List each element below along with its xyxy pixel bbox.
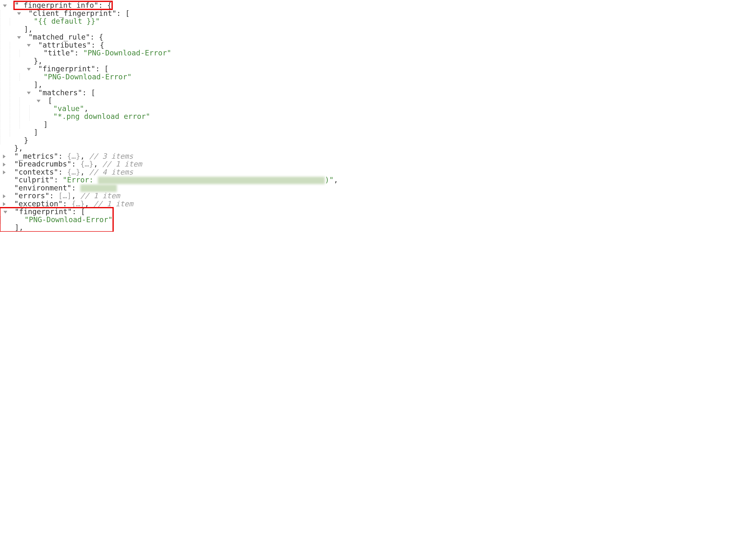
json-key: "matchers" xyxy=(38,88,82,97)
punct: : { xyxy=(90,33,103,41)
json-string: "Error: xyxy=(63,175,98,184)
punct: , xyxy=(334,175,338,184)
punct: : xyxy=(63,199,72,208)
json-key: "contexts" xyxy=(14,168,58,176)
punct: , xyxy=(93,160,98,168)
punct: : xyxy=(72,183,80,192)
toggle-caret[interactable] xyxy=(0,193,10,200)
json-key: "attributes" xyxy=(38,41,91,49)
toggle-caret[interactable] xyxy=(0,200,10,208)
toggle-caret[interactable] xyxy=(24,42,34,49)
highlight-box-bottom: "fingerprint": [ "PNG-Download-Error" ], xyxy=(0,208,113,232)
highlight-box-top: "_fingerprint_info": { xyxy=(14,1,112,9)
punct: : xyxy=(58,152,67,160)
tree-row: "attributes": { xyxy=(0,41,756,49)
item-count-comment: // 1 item xyxy=(93,199,133,208)
item-count-comment: // 1 item xyxy=(80,191,120,200)
punct: : xyxy=(58,168,67,176)
json-key: "client_fingerprint" xyxy=(28,9,116,18)
tree-row: "breadcrumbs": {…}, // 1 item xyxy=(0,160,756,168)
toggle-caret[interactable] xyxy=(14,34,24,41)
punct: : { xyxy=(98,1,112,10)
item-count-comment: // 3 items xyxy=(89,152,133,160)
toggle-caret[interactable] xyxy=(0,169,10,176)
json-key: "_metrics" xyxy=(14,152,58,160)
tree-row: }, xyxy=(0,57,756,65)
tree-row: "environment": xyxy=(0,184,756,192)
punct: } xyxy=(24,136,28,144)
toggle-caret[interactable] xyxy=(24,89,34,97)
tree-row: "fingerprint": [ xyxy=(0,208,112,216)
json-tree-root: "_fingerprint_info": { "client_fingerpri… xyxy=(0,1,756,232)
tree-row: "title": "PNG-Download-Error" xyxy=(0,49,756,57)
punct: }, xyxy=(34,57,42,65)
tree-row: ], xyxy=(0,81,756,89)
punct: : xyxy=(50,191,58,200)
toggle-caret[interactable] xyxy=(0,153,10,160)
punct: : xyxy=(54,175,63,184)
punct: : xyxy=(72,160,80,168)
tree-row: }, xyxy=(0,144,756,152)
json-key: "errors" xyxy=(14,191,50,200)
toggle-caret[interactable] xyxy=(0,2,10,10)
tree-row: "{{ default }}" xyxy=(0,17,756,25)
tree-row: "_fingerprint_info": { xyxy=(0,1,756,10)
toggle-caret[interactable] xyxy=(0,208,10,216)
json-key: "_fingerprint_info" xyxy=(15,1,98,10)
tree-row: ], xyxy=(0,223,112,232)
punct: ], xyxy=(15,223,23,232)
punct: : xyxy=(74,49,83,57)
tree-row: "fingerprint": [ xyxy=(0,65,756,73)
redacted-text xyxy=(80,184,117,192)
tree-row: ] xyxy=(0,121,756,129)
item-count-comment: // 4 items xyxy=(89,168,133,176)
punct: : [ xyxy=(95,64,109,73)
tree-row: "contexts": {…}, // 4 items xyxy=(0,168,756,176)
json-string: "value" xyxy=(53,104,84,113)
json-string: "PNG-Download-Error" xyxy=(24,215,112,224)
json-string: "*.png download error" xyxy=(53,112,150,121)
collapsed-indicator[interactable]: {…} xyxy=(72,199,85,208)
tree-row: "*.png download error" xyxy=(0,112,756,121)
toggle-caret[interactable] xyxy=(14,10,24,17)
tree-row: } xyxy=(0,136,756,144)
punct: : { xyxy=(91,41,104,49)
tree-row: "_metrics": {…}, // 3 items xyxy=(0,152,756,160)
json-string: )" xyxy=(325,175,334,184)
tree-row: "PNG-Download-Error" xyxy=(0,216,112,224)
tree-row: "errors": […], // 1 item xyxy=(0,192,756,200)
tree-row: "matchers": [ xyxy=(0,89,756,97)
collapsed-indicator[interactable]: {…} xyxy=(80,160,93,168)
collapsed-indicator[interactable]: {…} xyxy=(67,168,80,176)
json-key: "culprit" xyxy=(14,175,54,184)
json-string: "PNG-Download-Error" xyxy=(83,49,171,57)
item-count-comment: // 1 item xyxy=(102,160,142,168)
json-key: "fingerprint" xyxy=(38,64,95,73)
tree-row: "culprit": "Error: )", xyxy=(0,176,756,184)
tree-row: "matched_rule": { xyxy=(0,33,756,41)
json-key: "exception" xyxy=(14,199,63,208)
punct: [ xyxy=(48,96,52,105)
punct: : [ xyxy=(72,207,85,216)
punct: ] xyxy=(34,128,38,136)
json-key: "matched_rule" xyxy=(28,33,90,41)
punct: , xyxy=(80,152,85,160)
punct: ] xyxy=(43,120,48,129)
json-key: "title" xyxy=(43,49,74,57)
punct: }, xyxy=(14,144,23,152)
tree-row: "exception": {…}, // 1 item xyxy=(0,200,756,208)
json-string: "{{ default }}" xyxy=(34,17,100,25)
toggle-caret[interactable] xyxy=(0,161,10,168)
json-key: "fingerprint" xyxy=(15,207,72,216)
collapsed-indicator[interactable]: {…} xyxy=(67,152,80,160)
punct: , xyxy=(72,191,76,200)
json-string: "PNG-Download-Error" xyxy=(43,72,132,81)
punct: , xyxy=(80,168,85,176)
punct: , xyxy=(84,104,89,113)
toggle-caret[interactable] xyxy=(24,66,34,73)
tree-row: "PNG-Download-Error" xyxy=(0,73,756,81)
collapsed-indicator[interactable]: […] xyxy=(58,191,72,200)
punct: , xyxy=(85,199,89,208)
tree-row: "value", xyxy=(0,105,756,113)
toggle-caret[interactable] xyxy=(34,97,43,105)
